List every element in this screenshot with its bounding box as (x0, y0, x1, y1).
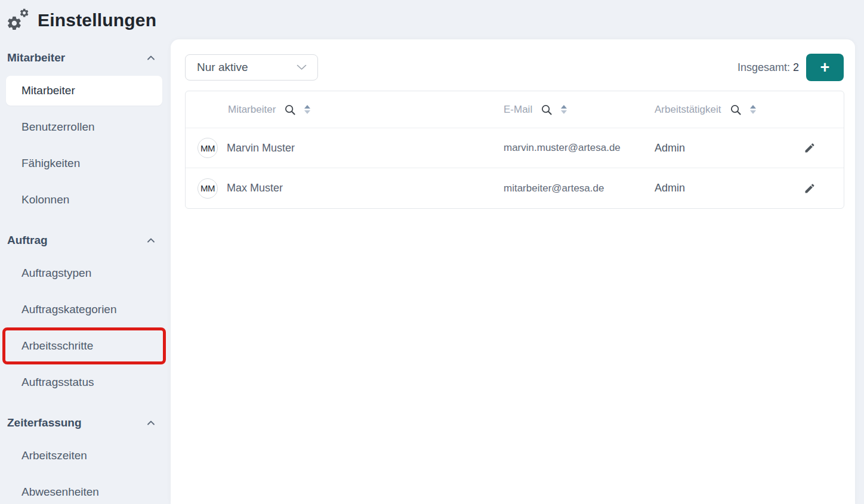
employee-role: Admin (655, 142, 788, 154)
column-header-arbeitstaetigkeit: Arbeitstätigkeit (655, 104, 788, 116)
sort-icon[interactable] (561, 105, 567, 114)
sidebar-item-auftragskategorien[interactable]: Auftragskategorien (6, 295, 162, 324)
column-label: Mitarbeiter (228, 104, 276, 116)
table-header-row: Mitarbeiter E-Mail Arbeitstätigkeit (186, 91, 844, 128)
sidebar-item-kolonnen[interactable]: Kolonnen (6, 185, 162, 215)
sidebar-item-benutzerrollen[interactable]: Benutzerrollen (6, 112, 162, 142)
sidebar-item-abwesenheiten[interactable]: Abwesenheiten (6, 477, 162, 504)
sidebar-item-auftragsstatus[interactable]: Auftragsstatus (6, 367, 162, 397)
employee-name-cell: MM Marvin Muster (186, 138, 504, 158)
sidebar-item-label: Arbeitsschritte (21, 339, 93, 353)
employee-email: marvin.muster@artesa.de (504, 142, 655, 154)
column-header-email: E-Mail (504, 104, 655, 116)
plus-icon: + (820, 60, 830, 76)
table-row[interactable]: MM Max Muster mitarbeiter@artesa.de Admi… (186, 168, 844, 208)
sidebar-item-label: Mitarbeiter (21, 84, 75, 97)
employee-name: Max Muster (227, 182, 283, 194)
chevron-up-icon (147, 55, 155, 61)
gears-icon (5, 8, 31, 33)
sidebar-item-label: Fähigkeiten (21, 157, 80, 170)
toolbar: Nur aktive Insgesamt: 2 + (171, 39, 855, 81)
toolbar-right: Insgesamt: 2 + (738, 54, 844, 81)
employee-name-cell: MM Max Muster (186, 178, 504, 199)
sidebar-item-arbeitsschritte[interactable]: Arbeitsschritte (6, 331, 162, 361)
edit-row-button[interactable] (803, 141, 817, 155)
section-label: Auftrag (7, 234, 48, 247)
sidebar-section-zeiterfassung[interactable]: Zeiterfassung (0, 412, 171, 434)
add-employee-button[interactable]: + (806, 54, 844, 81)
page-title: Einstellungen (38, 10, 156, 30)
filter-select-value: Nur aktive (197, 61, 248, 74)
edit-cell (788, 181, 844, 196)
active-filter-select[interactable]: Nur aktive (185, 54, 318, 81)
search-icon[interactable] (284, 104, 296, 116)
page-header: Einstellungen (5, 5, 156, 36)
edit-cell (788, 141, 844, 155)
chevron-up-icon (147, 420, 155, 426)
employee-name: Marvin Muster (227, 142, 295, 154)
column-label: E-Mail (504, 104, 532, 116)
pencil-icon (804, 183, 816, 194)
sidebar-item-label: Auftragsstatus (21, 376, 94, 389)
section-label: Zeiterfassung (7, 416, 82, 429)
sidebar-item-label: Arbeitszeiten (21, 449, 87, 462)
employee-email: mitarbeiter@artesa.de (504, 183, 655, 194)
total-count: 2 (793, 61, 799, 73)
sidebar-item-label: Auftragstypen (21, 267, 91, 280)
search-icon[interactable] (730, 104, 742, 116)
sidebar-item-label: Kolonnen (21, 193, 69, 206)
main-panel: Nur aktive Insgesamt: 2 + Mitarbeiter (171, 39, 855, 504)
edit-row-button[interactable] (803, 181, 817, 196)
sidebar-item-label: Abwesenheiten (21, 486, 99, 499)
column-header-mitarbeiter: Mitarbeiter (186, 104, 504, 116)
total-count-text: Insgesamt: 2 (738, 61, 799, 74)
employee-table: Mitarbeiter E-Mail Arbeitstätigkeit (185, 91, 844, 209)
sidebar-item-mitarbeiter[interactable]: Mitarbeiter (6, 76, 162, 106)
sidebar-item-label: Benutzerrollen (21, 120, 95, 134)
avatar: MM (198, 178, 218, 199)
sort-icon[interactable] (750, 105, 756, 114)
column-label: Arbeitstätigkeit (655, 104, 721, 116)
sidebar-item-arbeitszeiten[interactable]: Arbeitszeiten (6, 441, 162, 471)
section-label: Mitarbeiter (7, 51, 65, 64)
sort-icon[interactable] (304, 105, 310, 114)
sidebar-section-auftrag[interactable]: Auftrag (0, 229, 171, 252)
sidebar-item-auftragstypen[interactable]: Auftragstypen (6, 258, 162, 288)
chevron-up-icon (147, 237, 155, 243)
total-label: Insgesamt: (738, 61, 790, 73)
sidebar-item-faehigkeiten[interactable]: Fähigkeiten (6, 149, 162, 178)
sidebar-item-label: Auftragskategorien (21, 303, 117, 316)
table-row[interactable]: MM Marvin Muster marvin.muster@artesa.de… (186, 128, 844, 168)
chevron-down-icon (297, 64, 307, 70)
settings-sidebar: Mitarbeiter Mitarbeiter Benutzerrollen F… (0, 39, 171, 504)
pencil-icon (804, 142, 816, 154)
employee-role: Admin (655, 182, 788, 194)
search-icon[interactable] (541, 104, 553, 116)
avatar: MM (198, 138, 218, 158)
sidebar-section-mitarbeiter[interactable]: Mitarbeiter (0, 47, 171, 69)
